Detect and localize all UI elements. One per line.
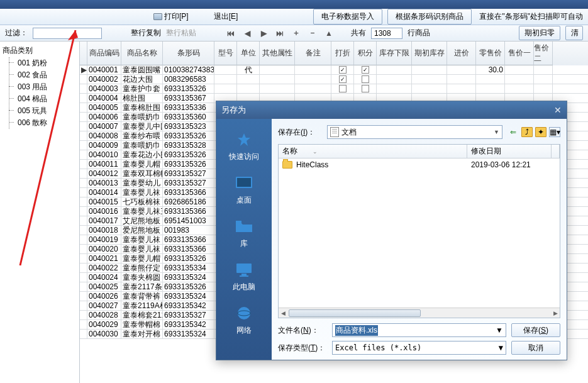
col-unit[interactable]: 单位 <box>237 42 260 65</box>
col-initstock[interactable]: 期初库存 <box>412 42 447 65</box>
col-other[interactable]: 其他属性 <box>260 42 295 65</box>
filename-input[interactable]: 商品资料.xls ▼ <box>332 323 506 337</box>
print-button[interactable]: 打印[P] <box>153 11 189 22</box>
first-button[interactable]: ⏮ <box>225 29 236 38</box>
col-modified[interactable]: 修改日期 <box>467 145 552 158</box>
new-folder-icon[interactable]: ✦ <box>535 127 546 137</box>
add-button[interactable]: ＋ <box>291 28 302 38</box>
col-score[interactable]: 积分 <box>354 42 377 65</box>
col-remark[interactable]: 备注 <box>295 42 331 65</box>
star-icon <box>233 130 255 149</box>
col-buyprice[interactable]: 进价 <box>447 42 476 65</box>
file-row[interactable]: HiteClass2019-03-06 12:21 <box>279 158 560 171</box>
chevron-down-icon: ▼ <box>494 129 499 135</box>
cancel-button[interactable]: 取消 <box>511 341 560 355</box>
col-model[interactable]: 型号 <box>214 42 237 65</box>
category-sidebar: 商品类别 001 奶粉002 食品003 用品004 棉品005 玩具006 散… <box>0 42 80 383</box>
quick-access-item[interactable]: 快速访问 <box>229 130 259 162</box>
desktop-icon <box>233 174 255 192</box>
network-item[interactable]: 网络 <box>233 304 255 336</box>
svg-marker-2 <box>238 133 250 146</box>
next-button[interactable]: ▶ <box>258 29 269 38</box>
this-pc-item[interactable]: 此电脑 <box>233 260 255 292</box>
col-price1[interactable]: 售价一 <box>505 42 534 65</box>
dialog-places-bar: 快速访问 桌面 库 此电脑 网络 <box>216 119 272 360</box>
up-folder-icon[interactable]: ⤴ <box>521 127 533 137</box>
location-value: 文档 <box>341 127 357 138</box>
chevron-down-icon: ▼ <box>496 326 503 335</box>
copy-row-button[interactable]: 整行复制 <box>131 28 161 38</box>
col-sellprice[interactable]: 零售价 <box>476 42 505 65</box>
svg-rect-4 <box>237 178 251 187</box>
scale-import-button[interactable]: 电子称数据导入 <box>313 9 382 25</box>
filetype-label: 保存类型(T)： <box>278 343 327 353</box>
clear-button[interactable]: 清 <box>565 26 583 40</box>
main-toolbar: 打印[P] 退出[E] 电子称数据导入 根据条形码识别商品 直接在"条形码"处扫… <box>0 9 588 25</box>
col-minstock[interactable]: 库存下限 <box>377 42 412 65</box>
tree-root-label[interactable]: 商品类别 <box>3 44 77 57</box>
remove-button[interactable]: － <box>307 28 318 38</box>
back-icon[interactable]: ⇐ <box>508 127 519 137</box>
library-item[interactable]: 库 <box>233 217 255 249</box>
computer-icon <box>233 260 255 279</box>
tree-item[interactable]: 005 玩具 <box>3 105 77 117</box>
scrollbar-thumb[interactable] <box>289 309 421 317</box>
save-as-dialog: 另存为 ✕ 快速访问 桌面 库 此电脑 网络 <box>216 101 567 360</box>
last-button[interactable]: ⏭ <box>274 29 286 38</box>
scroll-left-icon[interactable]: ◀ <box>279 310 287 316</box>
view-menu-icon[interactable]: ▦▾ <box>549 127 560 137</box>
prev-button[interactable]: ◀ <box>241 29 253 38</box>
tree-item[interactable]: 004 棉品 <box>3 93 77 105</box>
exit-button[interactable]: 退出[E] <box>214 11 238 22</box>
col-discount[interactable]: 打折 <box>331 42 354 65</box>
toolbar-hint: 直接在"条形码"处扫描即可自动 <box>477 11 585 22</box>
table-row[interactable]: ▶0040001童泰圆围嘴010038274383代✓✓30.0 <box>80 65 588 75</box>
tree-item[interactable]: 002 食品 <box>3 69 77 81</box>
chevron-down-icon: ⌄ <box>313 148 318 155</box>
svg-rect-6 <box>236 264 252 273</box>
filetype-combo[interactable]: Excel files (*.xls) ▼ <box>332 341 506 355</box>
close-icon[interactable]: ✕ <box>554 105 562 115</box>
window-title-bar <box>0 0 588 9</box>
print-label: 打印[P] <box>164 11 189 22</box>
scroll-right-icon[interactable]: ▶ <box>551 310 560 316</box>
table-row[interactable]: 0040002花边大围0083296583✓ <box>80 75 588 84</box>
folder-icon <box>233 217 255 236</box>
table-row[interactable]: 0040003童泰护巾套6933135326 <box>80 84 588 94</box>
desktop-item[interactable]: 桌面 <box>233 174 255 206</box>
total-count: 1308 <box>371 28 402 39</box>
paste-row-button[interactable]: 整行粘贴 <box>166 28 196 38</box>
barcode-identify-button[interactable]: 根据条形码识别商品 <box>387 9 472 25</box>
chevron-down-icon: ▼ <box>499 343 503 352</box>
tree-item[interactable]: 006 散称 <box>3 117 77 129</box>
save-button[interactable]: 保存(S) <box>511 323 560 337</box>
printer-icon <box>153 13 162 20</box>
location-combo[interactable]: 文档 ▼ <box>327 125 502 139</box>
col-barcode[interactable]: 条形码 <box>163 42 214 65</box>
dialog-title: 另存为 <box>221 104 246 116</box>
folder-icon <box>282 161 292 169</box>
grid-header: 商品编码 商品名称 条形码 型号 单位 其他属性 备注 打折 积分 库存下限 期… <box>80 42 588 65</box>
document-icon <box>330 127 339 137</box>
total-prefix: 共有 <box>351 28 366 38</box>
col-filename[interactable]: 名称 ⌄ <box>279 145 467 158</box>
svg-rect-7 <box>241 274 247 275</box>
save-in-label: 保存在(I)： <box>278 127 322 138</box>
network-icon <box>233 304 255 323</box>
col-code[interactable]: 商品编码 <box>87 42 121 65</box>
tree-item[interactable]: 001 奶粉 <box>3 57 77 69</box>
svg-rect-5 <box>236 221 241 223</box>
edit-button[interactable]: ▲ <box>323 29 335 38</box>
reset-stock-button[interactable]: 期初归零 <box>519 26 560 40</box>
filter-row: 过滤： 整行复制 整行粘贴 ⏮ ◀ ▶ ⏭ ＋ － ▲ 共有 1308 行商品 … <box>0 25 588 42</box>
svg-rect-8 <box>240 275 248 277</box>
total-suffix: 行商品 <box>408 28 430 38</box>
dialog-title-bar[interactable]: 另存为 ✕ <box>216 101 567 119</box>
exit-label: 退出[E] <box>214 11 238 22</box>
col-name[interactable]: 商品名称 <box>121 42 163 65</box>
tree-item[interactable]: 003 用品 <box>3 81 77 93</box>
col-price2[interactable]: 售价二 <box>534 42 553 65</box>
horizontal-scrollbar[interactable]: ◀ ▶ <box>279 308 560 318</box>
filter-input[interactable] <box>33 28 102 39</box>
svg-point-9 <box>238 307 250 319</box>
